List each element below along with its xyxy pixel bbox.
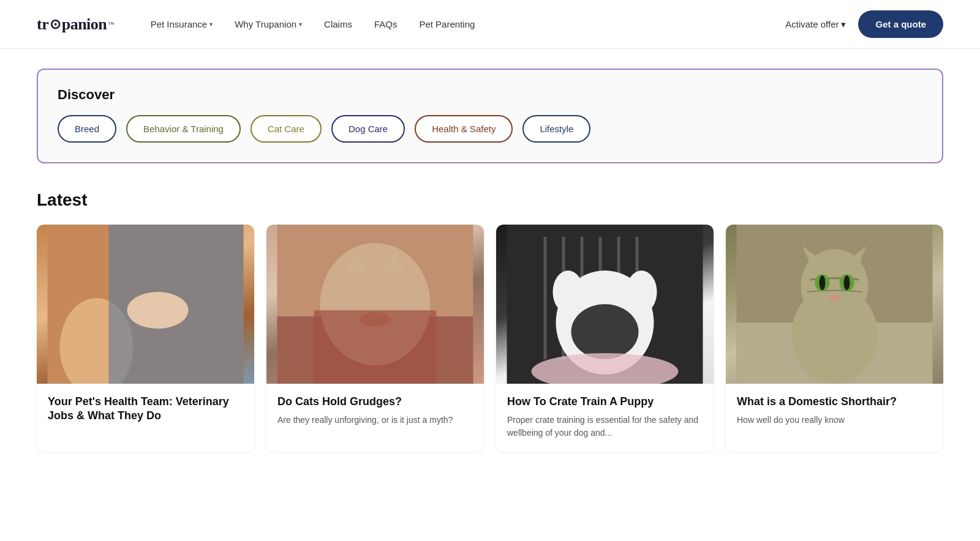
card-4-body: What is a Domestic Shorthair? How well d…	[726, 384, 943, 439]
svg-rect-13	[544, 237, 547, 359]
card-3-body: How To Crate Train A Puppy Proper crate …	[496, 384, 714, 452]
svg-rect-11	[314, 310, 437, 384]
card-4-image	[726, 225, 943, 384]
card-4[interactable]: What is a Domestic Shorthair? How well d…	[726, 225, 943, 452]
header: tr⊙panion™ Pet Insurance ▾ Why Trupanion…	[0, 0, 980, 49]
nav-claims[interactable]: Claims	[324, 19, 352, 29]
card-2-image	[266, 225, 484, 384]
chevron-down-icon: ▾	[841, 19, 846, 30]
latest-section: Latest Your Pet's Health Team: Veterinar…	[0, 178, 980, 476]
pill-health-safety[interactable]: Health & Safety	[415, 115, 513, 143]
card-1-title: Your Pet's Health Team: Veterinary Jobs …	[48, 395, 243, 423]
pill-lifestyle[interactable]: Lifestyle	[522, 115, 590, 143]
card-2-title: Do Cats Hold Grudges?	[277, 395, 473, 409]
nav-pet-insurance[interactable]: Pet Insurance ▾	[151, 19, 213, 29]
card-3[interactable]: How To Crate Train A Puppy Proper crate …	[496, 225, 714, 452]
card-1[interactable]: Your Pet's Health Team: Veterinary Jobs …	[37, 225, 254, 452]
svg-point-32	[820, 275, 826, 290]
main-nav: Pet Insurance ▾ Why Trupanion ▾ Claims F…	[151, 19, 786, 29]
card-3-desc: Proper crate training is essential for t…	[507, 414, 703, 439]
svg-point-24	[627, 270, 657, 313]
card-3-title: How To Crate Train A Puppy	[507, 395, 703, 409]
card-2[interactable]: Do Cats Hold Grudges? Are they really un…	[266, 225, 484, 452]
svg-point-23	[553, 270, 584, 313]
card-1-body: Your Pet's Health Team: Veterinary Jobs …	[37, 384, 254, 441]
discover-title: Discover	[58, 87, 922, 103]
svg-point-33	[844, 275, 850, 290]
card-1-image	[37, 225, 254, 384]
nav-faqs[interactable]: FAQs	[374, 19, 398, 29]
card-2-body: Do Cats Hold Grudges? Are they really un…	[266, 384, 484, 439]
chevron-down-icon: ▾	[299, 21, 302, 28]
discover-section: Discover Breed Behavior & Training Cat C…	[37, 69, 943, 163]
pill-behavior-training[interactable]: Behavior & Training	[126, 115, 241, 143]
discover-pills: Breed Behavior & Training Cat Care Dog C…	[58, 115, 922, 143]
logo[interactable]: tr⊙panion™	[37, 15, 114, 34]
nav-why-trupanion[interactable]: Why Trupanion ▾	[235, 19, 302, 29]
nav-pet-parenting[interactable]: Pet Parenting	[419, 19, 475, 29]
logo-paw-icon: ⊙	[50, 17, 61, 32]
card-4-title: What is a Domestic Shorthair?	[737, 395, 932, 409]
chevron-down-icon: ▾	[209, 21, 213, 28]
svg-point-20	[571, 304, 639, 359]
get-quote-button[interactable]: Get a quote	[858, 10, 943, 38]
latest-title: Latest	[37, 190, 943, 210]
pill-dog-care[interactable]: Dog Care	[331, 115, 405, 143]
cards-grid: Your Pet's Health Team: Veterinary Jobs …	[37, 225, 943, 452]
svg-point-36	[830, 295, 840, 301]
card-4-desc: How well do you really know	[737, 414, 932, 427]
header-right: Activate offer ▾ Get a quote	[785, 10, 943, 38]
svg-point-3	[127, 292, 189, 329]
card-2-desc: Are they really unforgiving, or is it ju…	[277, 414, 473, 427]
pill-breed[interactable]: Breed	[58, 115, 116, 143]
card-3-image	[496, 225, 714, 384]
pill-cat-care[interactable]: Cat Care	[251, 115, 322, 143]
activate-offer-button[interactable]: Activate offer ▾	[785, 19, 846, 30]
